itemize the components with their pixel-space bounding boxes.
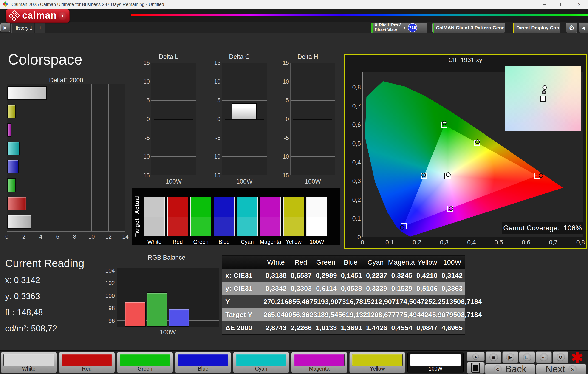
column-header-cyan: Cyan	[363, 256, 388, 269]
current-reading-title: Current Reading	[5, 257, 84, 269]
step-button[interactable]: [‥]	[519, 352, 535, 363]
pattern-generator-dropdown[interactable]: CalMAN Client 3 Pattern Generator ▼	[432, 22, 505, 33]
table-cell: 189,5456	[317, 308, 346, 321]
rgb-balance-plot	[117, 268, 219, 327]
cie-chart-title: CIE 1931 xy	[345, 56, 586, 64]
stop-button[interactable]: ■	[485, 352, 501, 363]
reading-value: fL: 148,48	[5, 308, 84, 317]
workflow-nav-button[interactable]: ▶	[0, 23, 10, 32]
table-cell: 270,2168	[263, 295, 292, 308]
table-cell: 0,3245	[389, 269, 415, 282]
measured-marker-blue	[400, 225, 404, 230]
delta-c-chart: Delta C151050-5-10-15100W	[211, 55, 267, 187]
display-control-dropdown[interactable]: Direct Display Control ▼	[513, 22, 560, 33]
pattern-button-yellow[interactable]: Yellow	[349, 352, 405, 373]
settings-button[interactable]: ⚙	[566, 22, 578, 33]
tab-history-1[interactable]: History 1	[11, 22, 34, 33]
pattern-button-white[interactable]: White	[1, 352, 57, 373]
inset-circle-marker-1	[542, 90, 546, 94]
pattern-generator-status-indicator	[432, 23, 434, 33]
pattern-button-magenta[interactable]: Magenta	[291, 352, 347, 373]
x-axis-label: 100W	[290, 178, 335, 185]
deltaL-plot	[151, 63, 196, 175]
table-cell: 208,6777	[371, 308, 399, 321]
deltae2000-plot	[7, 84, 126, 232]
white-point-inset	[505, 66, 581, 131]
pattern-button-100w[interactable]: 100W	[408, 352, 463, 373]
measured-marker-yellow	[475, 139, 480, 144]
table-cell: 0,1451	[339, 269, 364, 282]
table-cell: 56,3623	[292, 308, 317, 321]
back-button[interactable]: « Back	[485, 364, 535, 374]
minimize-button[interactable]	[536, 0, 553, 9]
table-row: Target Y265,040056,3623189,545619,132120…	[222, 308, 465, 321]
table-row: y: CIE310,33420,33030,61140,05380,33390,…	[222, 282, 465, 295]
minimize-icon	[543, 4, 546, 5]
restore-button[interactable]	[553, 0, 571, 9]
plus-icon: +	[38, 24, 42, 32]
meter-badge[interactable]: 716	[408, 23, 417, 32]
column-header-yellow: Yellow	[415, 256, 440, 269]
pattern-label: Green	[117, 366, 173, 372]
tab-bar: ▶ History 1 + X-Rite i1Pro 3 Direct View…	[0, 22, 588, 33]
collapse-panel-button[interactable]: ◀	[579, 22, 588, 33]
table-cell: 252,2513	[424, 295, 453, 308]
pattern-label: White	[1, 366, 56, 372]
unsaved-changes-indicator: ✱	[571, 349, 583, 366]
swatch-100w	[306, 197, 327, 236]
add-tab-button[interactable]: +	[35, 22, 45, 33]
rgb-bar-red	[125, 302, 146, 327]
deltae-bar-blue	[7, 158, 125, 176]
swatch-green	[190, 197, 211, 236]
table-cell: 0,6537	[289, 269, 314, 282]
pattern-button-red[interactable]: Red	[59, 352, 115, 373]
calman-window: Calman 2025 Calman Ultimate for Business…	[0, 0, 588, 374]
pattern-button-green[interactable]: Green	[117, 352, 173, 373]
table-cell: 0,3138	[263, 269, 289, 282]
table-cell: 1,3691	[339, 321, 364, 334]
loop-button[interactable]: ∞	[536, 352, 552, 363]
play-button[interactable]: ▶	[502, 352, 518, 363]
title-bar: Calman 2025 Calman Ultimate for Business…	[0, 0, 588, 9]
table-cell: 193,9073	[317, 295, 346, 308]
measured-marker-green	[442, 121, 447, 125]
table-cell: 508,7184	[453, 308, 482, 321]
close-button[interactable]: ×	[571, 0, 588, 9]
measured-marker-red	[539, 173, 543, 178]
reading-value: x: 0,3142	[5, 276, 84, 285]
target-row-label: Target	[134, 217, 142, 238]
chevron-double-right-icon: »	[568, 365, 577, 373]
back-label: Back	[505, 364, 526, 374]
pattern-window-button[interactable]	[467, 362, 485, 374]
deltae-bar-magenta	[7, 121, 125, 139]
chevron-up-icon: ▲	[472, 353, 479, 360]
chevron-down-icon[interactable]: ▼	[58, 12, 67, 20]
pattern-swatch	[410, 354, 461, 366]
pattern-panel-expand-button[interactable]: ▲	[467, 352, 485, 361]
meter-status-indicator	[371, 23, 373, 33]
swatch-label: Cyan	[234, 239, 260, 245]
pattern-button-cyan[interactable]: Cyan	[233, 352, 289, 373]
row-label: Y	[222, 295, 263, 308]
pattern-bar: WhiteRedGreenBlueCyanMagentaYellow100W ▲…	[0, 350, 588, 374]
pattern-label: Red	[59, 366, 115, 372]
pattern-label: Cyan	[233, 366, 289, 372]
column-header-green: Green	[313, 256, 338, 269]
pattern-button-blue[interactable]: Blue	[175, 352, 231, 373]
swatch-label: Magenta	[258, 239, 283, 245]
meter-dropdown[interactable]: X-Rite i1Pro 3 Direct View ▼ 716	[371, 22, 428, 33]
deltae-bar-white	[7, 213, 125, 231]
swatch-label: Green	[188, 239, 214, 245]
table-cell: 0,2237	[364, 269, 389, 282]
rgb-balance-chart: RGB Balance 9698100102104100W	[113, 254, 220, 339]
table-cell: 4,6965	[440, 321, 465, 334]
app-bar: calman ▼	[0, 9, 588, 22]
table-cell: 1,0133	[314, 321, 339, 334]
table-row: ΔE 20002,87432,22661,01331,36911,44260,4…	[222, 321, 465, 334]
refresh-button[interactable]: ↻	[553, 352, 568, 363]
swatch-label: Red	[165, 239, 190, 245]
actual-target-swatch-strip: ActualTargetWhiteRedGreenBlueCyanMagenta…	[132, 188, 340, 245]
pattern-label: 100W	[408, 366, 463, 372]
table-cell: 212,9071	[371, 295, 399, 308]
calman-menu-button[interactable]: calman ▼	[6, 9, 70, 22]
